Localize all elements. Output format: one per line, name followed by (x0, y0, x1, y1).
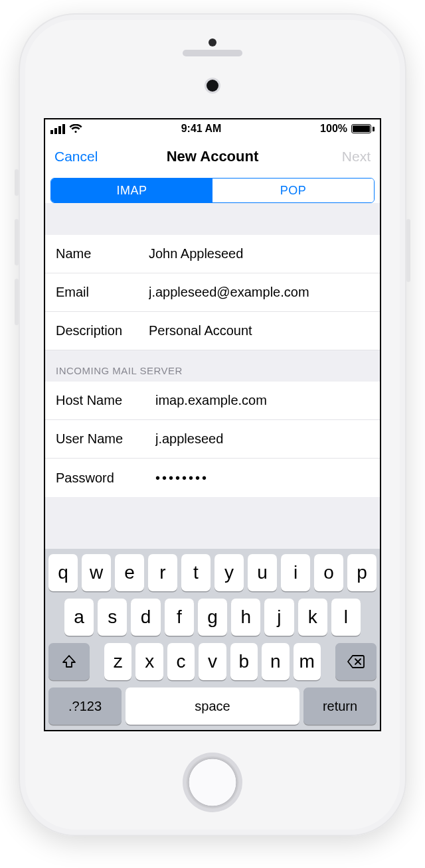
segment-pop[interactable]: POP (212, 179, 374, 202)
key-n[interactable]: n (262, 643, 289, 680)
row-email: Email (45, 273, 380, 312)
key-z[interactable]: z (104, 643, 131, 680)
password-label: Password (56, 470, 155, 486)
key-g[interactable]: g (198, 599, 227, 636)
status-time: 9:41 AM (181, 123, 222, 135)
key-d[interactable]: d (131, 599, 160, 636)
row-host-name: Host Name (45, 382, 380, 420)
next-button[interactable]: Next (342, 149, 371, 165)
incoming-server-header: INCOMING MAIL SERVER (45, 350, 380, 382)
email-label: Email (56, 285, 149, 300)
shift-key[interactable] (48, 643, 90, 680)
numbers-symbols-key[interactable]: .?123 (48, 687, 122, 725)
key-x[interactable]: x (135, 643, 163, 680)
key-l[interactable]: l (331, 599, 361, 636)
wifi-icon (69, 124, 82, 133)
host-name-label: Host Name (56, 393, 155, 408)
key-q[interactable]: q (48, 554, 78, 591)
keyboard-row-1: qwertyuiop (48, 554, 377, 591)
host-name-field[interactable] (155, 393, 369, 408)
earpiece-speaker (183, 50, 242, 56)
key-t[interactable]: t (181, 554, 211, 591)
iphone-frame: 9:41 AM 100% Cancel New Account Next IMA… (19, 13, 406, 836)
screen: 9:41 AM 100% Cancel New Account Next IMA… (45, 119, 380, 730)
account-type-segmented-control[interactable]: IMAP POP (50, 178, 375, 203)
key-k[interactable]: k (298, 599, 327, 636)
password-field[interactable]: •••••••• (155, 470, 369, 486)
row-password: Password •••••••• (45, 459, 380, 497)
email-field[interactable] (149, 285, 369, 300)
shift-icon (61, 654, 77, 670)
cancel-button[interactable]: Cancel (54, 149, 98, 165)
volume-up-button (15, 219, 19, 265)
cellular-signal-icon (50, 124, 65, 134)
description-field[interactable] (149, 323, 369, 338)
key-s[interactable]: s (98, 599, 127, 636)
battery-icon (351, 124, 375, 133)
keyboard[interactable]: qwertyuiop asdfghjkl zxcvbnm .?123 s (45, 549, 380, 730)
power-button (406, 219, 410, 282)
keyboard-row-2: asdfghjkl (48, 599, 377, 636)
return-key[interactable]: return (303, 687, 377, 725)
key-p[interactable]: p (347, 554, 377, 591)
row-name: Name (45, 235, 380, 273)
key-w[interactable]: w (82, 554, 111, 591)
key-b[interactable]: b (230, 643, 258, 680)
key-h[interactable]: h (231, 599, 260, 636)
status-bar: 9:41 AM 100% (45, 119, 380, 138)
key-e[interactable]: e (115, 554, 144, 591)
mute-switch (15, 169, 19, 196)
keyboard-row-3: zxcvbnm (48, 643, 377, 680)
segment-imap[interactable]: IMAP (51, 179, 212, 202)
home-button (183, 753, 242, 812)
nav-bar: Cancel New Account Next (45, 138, 380, 175)
key-c[interactable]: c (167, 643, 195, 680)
backspace-icon (347, 654, 365, 669)
form-scroll-area[interactable]: Name Email Description INCOMING MAIL SER… (45, 203, 380, 549)
proximity-sensor (209, 38, 216, 46)
key-o[interactable]: o (314, 554, 343, 591)
space-key[interactable]: space (126, 687, 299, 725)
key-f[interactable]: f (165, 599, 194, 636)
row-user-name: User Name (45, 420, 380, 459)
volume-down-button (15, 279, 19, 325)
key-v[interactable]: v (199, 643, 226, 680)
description-label: Description (56, 323, 149, 338)
backspace-key[interactable] (335, 643, 377, 680)
name-label: Name (56, 246, 149, 261)
user-name-field[interactable] (155, 431, 369, 447)
key-i[interactable]: i (281, 554, 310, 591)
user-name-label: User Name (56, 431, 155, 447)
key-y[interactable]: y (214, 554, 244, 591)
key-r[interactable]: r (148, 554, 177, 591)
name-field[interactable] (149, 246, 369, 261)
key-m[interactable]: m (294, 643, 321, 680)
key-a[interactable]: a (64, 599, 94, 636)
key-j[interactable]: j (264, 599, 294, 636)
key-u[interactable]: u (248, 554, 277, 591)
battery-percent: 100% (320, 123, 347, 135)
row-description: Description (45, 312, 380, 350)
front-camera (207, 80, 218, 92)
